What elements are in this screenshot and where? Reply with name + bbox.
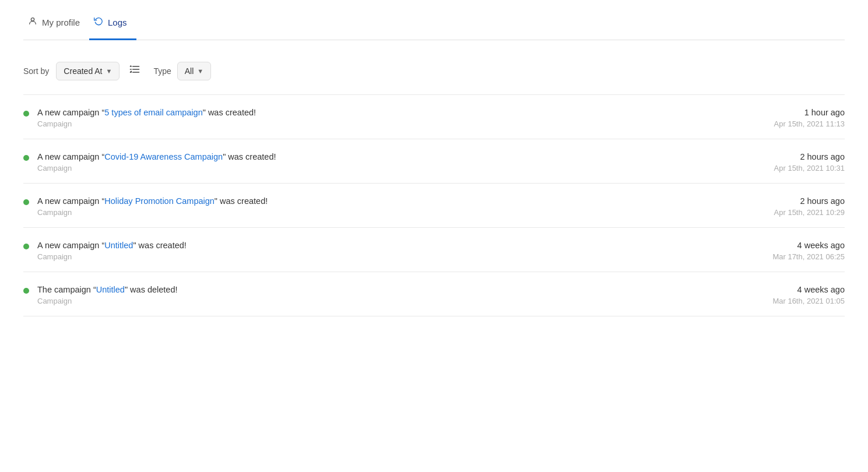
log-item: The campaign “Untitled" was deleted! Cam… <box>23 272 845 316</box>
log-status-dot-4 <box>23 288 29 294</box>
log-link-1[interactable]: Covid-19 Awareness Campaign <box>104 152 223 161</box>
log-link-0[interactable]: 5 types of email campaign <box>104 108 202 117</box>
log-text-block-3: A new campaign “Untitled" was created! C… <box>37 241 187 261</box>
log-item: A new campaign “Holiday Promotion Campai… <box>23 184 845 228</box>
log-absolute-time-4: Mar 16th, 2021 01:05 <box>728 297 845 305</box>
tab-logs-label: Logs <box>108 17 127 27</box>
log-message-1: A new campaign “Covid-19 Awareness Campa… <box>37 152 276 161</box>
type-dropdown[interactable]: All ▼ <box>177 62 211 80</box>
log-type-4: Campaign <box>37 297 178 305</box>
log-status-dot-2 <box>23 199 29 205</box>
log-left-3: A new campaign “Untitled" was created! C… <box>23 241 187 261</box>
log-type-1: Campaign <box>37 164 276 172</box>
log-time-block-0: 1 hour ago Apr 15th, 2021 11:13 <box>728 108 845 128</box>
log-text-block-2: A new campaign “Holiday Promotion Campai… <box>37 196 268 217</box>
log-time-block-4: 4 weeks ago Mar 16th, 2021 01:05 <box>728 285 845 305</box>
sort-order-icon <box>129 64 140 75</box>
log-time-block-3: 4 weeks ago Mar 17th, 2021 06:25 <box>728 241 845 261</box>
log-relative-time-2: 2 hours ago <box>728 196 845 206</box>
log-item: A new campaign “5 types of email campaig… <box>23 95 845 139</box>
log-list: A new campaign “5 types of email campaig… <box>23 95 845 316</box>
profile-icon <box>28 16 37 28</box>
log-relative-time-3: 4 weeks ago <box>728 241 845 250</box>
log-text-block-1: A new campaign “Covid-19 Awareness Campa… <box>37 152 276 172</box>
log-item: A new campaign “Covid-19 Awareness Campa… <box>23 139 845 184</box>
log-relative-time-0: 1 hour ago <box>728 108 845 117</box>
tab-my-profile-label: My profile <box>42 17 80 27</box>
log-absolute-time-3: Mar 17th, 2021 06:25 <box>728 252 845 261</box>
log-absolute-time-1: Apr 15th, 2021 10:31 <box>728 164 845 172</box>
log-absolute-time-2: Apr 15th, 2021 10:29 <box>728 208 845 217</box>
log-message-3: A new campaign “Untitled" was created! <box>37 241 187 250</box>
tab-logs[interactable]: Logs <box>89 6 136 40</box>
type-value: All <box>185 66 194 76</box>
tab-my-profile[interactable]: My profile <box>23 6 89 40</box>
log-time-block-2: 2 hours ago Apr 15th, 2021 10:29 <box>728 196 845 217</box>
type-chevron-icon: ▼ <box>197 68 203 75</box>
sort-field-dropdown[interactable]: Created At ▼ <box>56 62 120 80</box>
logs-icon <box>94 16 103 28</box>
log-left-2: A new campaign “Holiday Promotion Campai… <box>23 196 268 217</box>
log-link-3[interactable]: Untitled <box>104 241 133 250</box>
sort-field-chevron-icon: ▼ <box>106 68 113 75</box>
log-relative-time-1: 2 hours ago <box>728 152 845 161</box>
log-type-3: Campaign <box>37 252 187 261</box>
type-label: Type <box>153 66 171 76</box>
log-left-0: A new campaign “5 types of email campaig… <box>23 108 256 128</box>
sort-by-label: Sort by <box>23 66 49 76</box>
filter-bar: Sort by Created At ▼ Type All ▼ <box>23 40 845 94</box>
log-absolute-time-0: Apr 15th, 2021 11:13 <box>728 119 845 128</box>
log-left-4: The campaign “Untitled" was deleted! Cam… <box>23 285 178 305</box>
log-text-block-0: A new campaign “5 types of email campaig… <box>37 108 256 128</box>
log-type-0: Campaign <box>37 119 256 128</box>
log-relative-time-4: 4 weeks ago <box>728 285 845 294</box>
log-message-2: A new campaign “Holiday Promotion Campai… <box>37 196 268 206</box>
svg-point-0 <box>31 18 34 21</box>
tabs-nav: My profile Logs <box>23 0 845 40</box>
log-text-block-4: The campaign “Untitled" was deleted! Cam… <box>37 285 178 305</box>
log-link-4[interactable]: Untitled <box>96 285 125 294</box>
log-message-4: The campaign “Untitled" was deleted! <box>37 285 178 294</box>
log-status-dot-0 <box>23 111 29 117</box>
main-container: My profile Logs Sort by Created At ▼ T <box>0 0 868 472</box>
log-item: A new campaign “Untitled" was created! C… <box>23 228 845 272</box>
log-message-0: A new campaign “5 types of email campaig… <box>37 108 256 117</box>
log-time-block-1: 2 hours ago Apr 15th, 2021 10:31 <box>728 152 845 172</box>
sort-field-value: Created At <box>64 66 102 76</box>
log-status-dot-3 <box>23 244 29 249</box>
sort-order-button[interactable] <box>125 61 144 80</box>
log-left-1: A new campaign “Covid-19 Awareness Campa… <box>23 152 276 172</box>
log-type-2: Campaign <box>37 208 268 217</box>
log-link-2[interactable]: Holiday Promotion Campaign <box>104 196 215 206</box>
log-status-dot-1 <box>23 155 29 161</box>
